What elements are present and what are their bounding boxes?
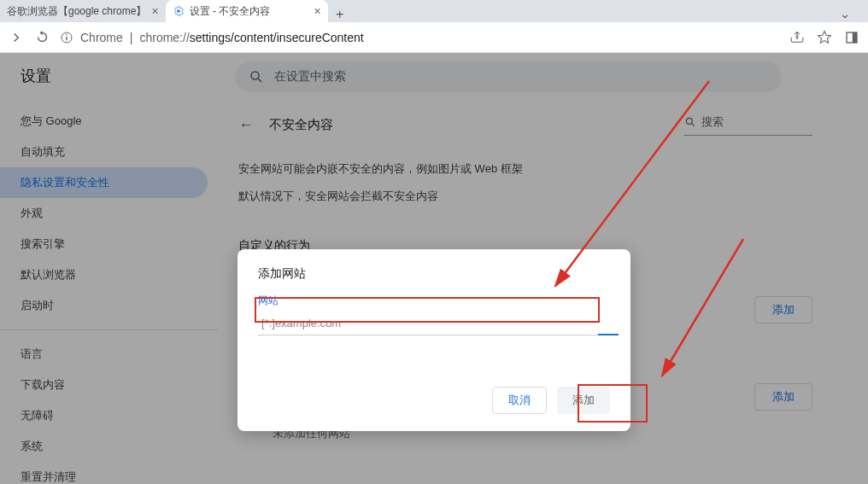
address-bar: Chrome | chrome://settings/content/insec… (0, 22, 868, 53)
svg-rect-2 (66, 36, 67, 40)
tab-chevron-icon[interactable] (822, 10, 868, 22)
url-host: chrome:// (139, 31, 189, 44)
star-icon[interactable] (817, 30, 832, 45)
svg-rect-3 (66, 34, 67, 35)
svg-point-0 (177, 9, 180, 13)
dialog-title: 添加网站 (258, 266, 610, 282)
browser-tab-2[interactable]: 设置 - 不安全内容 × (166, 0, 328, 22)
browser-tab-1[interactable]: 谷歌浏览器【google chrome】 × (0, 0, 166, 22)
close-icon[interactable]: × (151, 4, 158, 18)
info-icon (60, 31, 73, 44)
browser-tab-bar: 谷歌浏览器【google chrome】 × 设置 - 不安全内容 × + (0, 0, 868, 22)
url-field[interactable]: Chrome | chrome://settings/content/insec… (60, 31, 779, 44)
svg-rect-5 (853, 32, 857, 43)
dialog-field-label: 网站 (258, 294, 610, 308)
confirm-add-button[interactable]: 添加 (557, 387, 610, 414)
tab-title: 设置 - 不安全内容 (190, 4, 271, 19)
site-url-input[interactable] (258, 312, 610, 335)
gear-icon (173, 5, 185, 17)
url-prefix: Chrome (80, 31, 123, 44)
forward-button[interactable] (9, 30, 24, 45)
close-icon[interactable]: × (314, 4, 320, 18)
url-path: settings/content/insecureContent (190, 31, 364, 44)
tab-title: 谷歌浏览器【google chrome】 (7, 4, 146, 19)
new-tab-button[interactable]: + (328, 7, 352, 22)
reload-button[interactable] (34, 30, 50, 45)
panel-icon[interactable] (844, 30, 859, 45)
url-divider: | (130, 31, 133, 44)
share-icon[interactable] (789, 30, 805, 45)
add-site-dialog: 添加网站 网站 取消 添加 (238, 249, 630, 431)
cancel-button[interactable]: 取消 (492, 387, 547, 414)
